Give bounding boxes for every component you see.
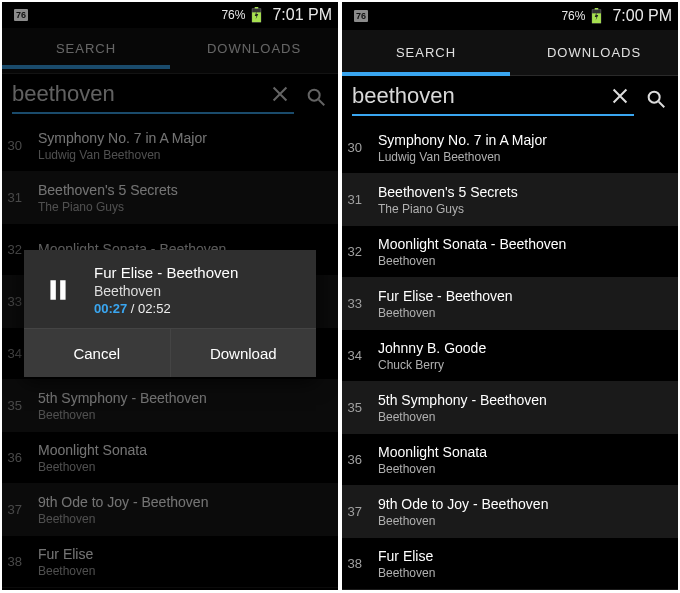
dialog-artist: Beethoven [94,283,238,299]
battery-badge: 76 [14,9,28,21]
search-input[interactable]: beethoven [12,80,294,114]
battery-percent-text: 76% [561,9,585,23]
tab-downloads[interactable]: DOWNLOADS [170,28,338,68]
list-item[interactable]: 35 5th Symphony - BeethovenBeethoven [342,382,678,434]
list-item[interactable]: 36 Moonlight SonataBeethoven [2,432,338,484]
phone-left: 76 76% 7:01 PM SEARCH DOWNLOA [2,2,338,590]
svg-point-11 [649,92,660,103]
list-item[interactable]: 30 Symphony No. 7 in A MajorLudwig Van B… [342,122,678,174]
list-item[interactable]: 34 Johnny B. GoodeChuck Berry [342,330,678,382]
list-item[interactable]: 37 9th Ode to Joy - BeethovenBeethoven [342,486,678,538]
clock-text: 7:01 PM [272,6,332,24]
tab-search[interactable]: SEARCH [342,30,510,75]
pause-button[interactable] [40,272,76,308]
download-button[interactable]: Download [170,329,317,377]
list-item[interactable]: 32 Moonlight Sonata - BeethovenBeethoven [342,226,678,278]
search-row: beethoven [342,76,678,122]
svg-rect-6 [60,280,65,300]
tab-bar: SEARCH DOWNLOADS [342,30,678,76]
tab-bar: SEARCH DOWNLOADS [2,28,338,74]
battery-percent-text: 76% [221,8,245,22]
svg-rect-5 [50,280,55,300]
search-icon[interactable] [302,83,330,111]
status-bar: 76 76% 7:01 PM [2,2,338,28]
dialog-title: Fur Elise - Beethoven [94,264,238,281]
list-item[interactable]: 33 Fur Elise - BeethovenBeethoven [342,278,678,330]
tab-downloads[interactable]: DOWNLOADS [510,30,678,75]
search-icon[interactable] [642,85,670,113]
svg-rect-1 [255,7,259,9]
search-row: beethoven [2,74,338,120]
clear-icon[interactable] [266,80,294,108]
tab-search[interactable]: SEARCH [2,28,170,68]
list-item[interactable]: 31 Beethoven's 5 SecretsThe Piano Guys [2,172,338,224]
clock-text: 7:00 PM [612,7,672,25]
list-item[interactable]: 36 Moonlight SonataBeethoven [342,434,678,486]
svg-rect-8 [595,8,599,10]
clear-icon[interactable] [606,82,634,110]
dialog-time: 00:27 / 02:52 [94,301,238,316]
battery-icon [251,7,262,23]
battery-badge: 76 [354,10,368,22]
list-item[interactable]: 37 9th Ode to Joy - BeethovenBeethoven [2,484,338,536]
preview-dialog: Fur Elise - Beethoven Beethoven 00:27 / … [24,250,316,377]
list-item[interactable]: 38 Fur EliseBeethoven [2,536,338,588]
status-bar: 76 76% 7:00 PM [342,2,678,30]
search-input[interactable]: beethoven [352,82,634,116]
svg-point-4 [309,90,320,101]
list-item[interactable]: 35 5th Symphony - BeethovenBeethoven [2,380,338,432]
results-list[interactable]: 30 Symphony No. 7 in A MajorLudwig Van B… [342,122,678,590]
list-item[interactable]: 38 Fur EliseBeethoven [342,538,678,590]
phone-right: 76 76% 7:00 PM SEARCH DOWNLOA [342,2,678,590]
list-item[interactable]: 30 Symphony No. 7 in A MajorLudwig Van B… [2,120,338,172]
list-item[interactable]: 31 Beethoven's 5 SecretsThe Piano Guys [342,174,678,226]
battery-icon [591,8,602,24]
cancel-button[interactable]: Cancel [24,329,170,377]
